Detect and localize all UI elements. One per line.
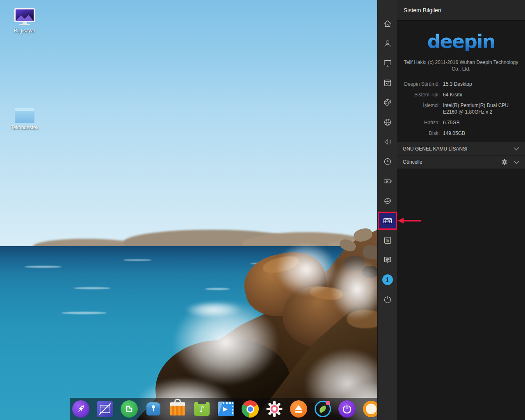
info-row-processor: İşlemci: Intel(R) Pentium(R) Dual CPU E2… [397, 100, 525, 117]
sidebar-item-sound[interactable] [378, 132, 397, 152]
power-icon [383, 294, 393, 304]
music-note-icon: ♪ [194, 402, 210, 416]
info-row-system-type: Sistem Tipi: 64 Kısmı [397, 89, 525, 100]
dock-app-software-backpack[interactable] [144, 400, 162, 418]
dock-app-leaf-browser[interactable] [314, 400, 332, 418]
file-manager-icon [97, 401, 113, 417]
dock-app-chrome[interactable] [241, 400, 259, 418]
sidebar-item-personalization[interactable] [378, 93, 397, 112]
dock-app-shutdown[interactable] [338, 400, 356, 418]
sidebar-item-display[interactable] [378, 53, 397, 73]
folder-icon [15, 108, 34, 123]
info-row-version: Deepin Sürümü: 15.3 Desktop [397, 79, 525, 89]
section-update[interactable]: Güncelle [397, 155, 525, 169]
sidebar-item-accounts[interactable] [378, 34, 397, 53]
computer-icon [14, 8, 35, 26]
desktop-icon-folder[interactable]: Teknodestek [7, 106, 42, 130]
dock-app-file-manager[interactable] [96, 400, 114, 418]
dock-app-launcher[interactable] [72, 400, 90, 418]
section-gnu-license[interactable]: GNU GENEL KAMU LİSANSI [397, 142, 525, 155]
sidebar-item-shortcuts[interactable]: fn [378, 231, 397, 250]
dock-app-deepin-green[interactable] [120, 400, 138, 418]
home-icon [383, 19, 393, 29]
speaker-icon [383, 137, 393, 147]
window-check-icon [383, 78, 393, 88]
dock-app-store-bag[interactable] [169, 400, 187, 418]
desktop-icon-label: Bilgisayar [14, 28, 35, 34]
sidebar-item-home[interactable] [378, 14, 397, 34]
desktop-icon-computer[interactable]: Bilgisayar [7, 8, 42, 34]
clock-icon [383, 157, 393, 167]
chevron-down-icon[interactable] [514, 160, 519, 164]
sidebar-item-mouse[interactable] [378, 191, 397, 211]
system-info-panel: Sistem Bilgileri deepin Telif Hakkı (c) … [397, 0, 525, 420]
sidebar-item-boot-menu[interactable] [378, 250, 397, 270]
annotation-arrow [398, 218, 421, 224]
system-info-table: Deepin Sürümü: 15.3 Desktop Sistem Tipi:… [397, 79, 525, 139]
palette-icon [383, 98, 393, 107]
deepin-logo: deepin [397, 32, 525, 51]
desktop-icon-label: Teknodestek [11, 125, 38, 130]
rocket-icon [72, 400, 89, 418]
keyboard-icon [382, 215, 393, 226]
panel-header: Sistem Bilgileri [397, 0, 525, 21]
dock-app-music[interactable]: ♪ [193, 400, 211, 418]
panel-title: Sistem Bilgileri [404, 7, 441, 14]
fn-icon-label: fn [378, 231, 397, 250]
globe-icon [383, 117, 393, 127]
orange-ring-icon [363, 401, 379, 417]
sidebar-item-time-date[interactable] [378, 152, 397, 171]
info-row-memory: Hafıza: 6.75GB [397, 117, 525, 128]
backpack-icon [146, 402, 160, 415]
dock-app-movie[interactable]: ▶ [217, 400, 235, 418]
monitor-list-icon [383, 255, 393, 265]
green-app-icon [121, 400, 138, 418]
panel-sections: GNU GENEL KAMU LİSANSI Güncelle [397, 142, 525, 169]
info-row-disk: Disk: 149.05GB [397, 128, 525, 139]
sidebar-item-keyboard[interactable] [378, 212, 397, 230]
power-icon [338, 400, 356, 418]
dock-app-control-center[interactable] [265, 400, 283, 418]
movie-icon: ▶ [218, 402, 234, 416]
shopping-bag-icon [170, 402, 185, 415]
sidebar-item-network[interactable] [378, 112, 397, 132]
sidebar-item-power-battery[interactable] [378, 171, 397, 191]
sidebar-item-system-info[interactable]: i [378, 270, 397, 290]
control-center-sidebar: fn i [377, 0, 397, 420]
chrome-icon [242, 400, 259, 418]
notification-badge [326, 401, 330, 405]
sidebar-item-shutdown[interactable] [378, 290, 397, 309]
eject-icon [290, 400, 307, 418]
chevron-down-icon[interactable] [514, 147, 519, 151]
gear-icon[interactable] [501, 159, 508, 165]
mouse-icon [383, 196, 393, 206]
sidebar-item-default-apps[interactable] [378, 73, 397, 93]
info-icon: i [382, 274, 393, 285]
monitor-icon [383, 58, 393, 68]
gear-icon [265, 400, 283, 418]
leaf-icon [315, 401, 331, 417]
battery-icon [383, 176, 393, 186]
copyright-text: Telif Hakkı (c) 2011-2016 Wuhan Deepin T… [402, 59, 520, 72]
dock-app-media-eject[interactable] [290, 400, 308, 418]
user-icon [383, 39, 393, 48]
